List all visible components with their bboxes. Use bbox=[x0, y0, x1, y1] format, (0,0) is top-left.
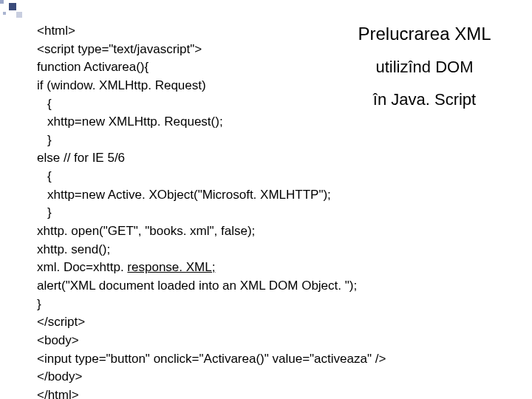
code-line: xhttp=new XMLHttp. Request(); bbox=[37, 113, 510, 132]
code-line: xhttp=new Active. XObject("Microsoft. XM… bbox=[37, 186, 510, 205]
title-block: Prelucrarea XML utilizînd DOM în Java. S… bbox=[345, 24, 504, 109]
code-line: xhttp. open("GET", "books. xml", false); bbox=[37, 222, 510, 241]
code-line: <body> bbox=[37, 332, 510, 350]
code-line: } bbox=[37, 132, 510, 150]
code-underline: response. XML; bbox=[127, 260, 215, 274]
title-line-2: utilizînd DOM bbox=[345, 58, 504, 77]
title-line-3: în Java. Script bbox=[345, 90, 504, 109]
code-line: else // for IE 5/6 bbox=[37, 149, 510, 168]
deco-square bbox=[0, 0, 4, 4]
code-line: } bbox=[37, 296, 510, 314]
code-line: </body> bbox=[37, 368, 510, 386]
deco-square bbox=[3, 12, 6, 15]
title-line-1: Prelucrarea XML bbox=[345, 24, 504, 44]
corner-decoration bbox=[0, 0, 24, 24]
code-line: { bbox=[37, 168, 510, 186]
slide-content: Prelucrarea XML utilizînd DOM în Java. S… bbox=[37, 22, 510, 384]
code-line: } bbox=[37, 204, 510, 222]
code-line: <input type="button" onclick="Activarea(… bbox=[37, 350, 510, 369]
code-line: xml. Doc=xhttp. response. XML; bbox=[37, 259, 510, 277]
deco-square bbox=[16, 12, 22, 18]
code-line: alert("XML document loaded into an XML D… bbox=[37, 277, 510, 296]
code-line: xhttp. send(); bbox=[37, 241, 510, 259]
deco-square bbox=[9, 3, 16, 10]
code-line: </html> bbox=[37, 386, 510, 399]
code-line: </script> bbox=[37, 313, 510, 332]
code-text: xml. Doc=xhttp. bbox=[37, 260, 127, 274]
